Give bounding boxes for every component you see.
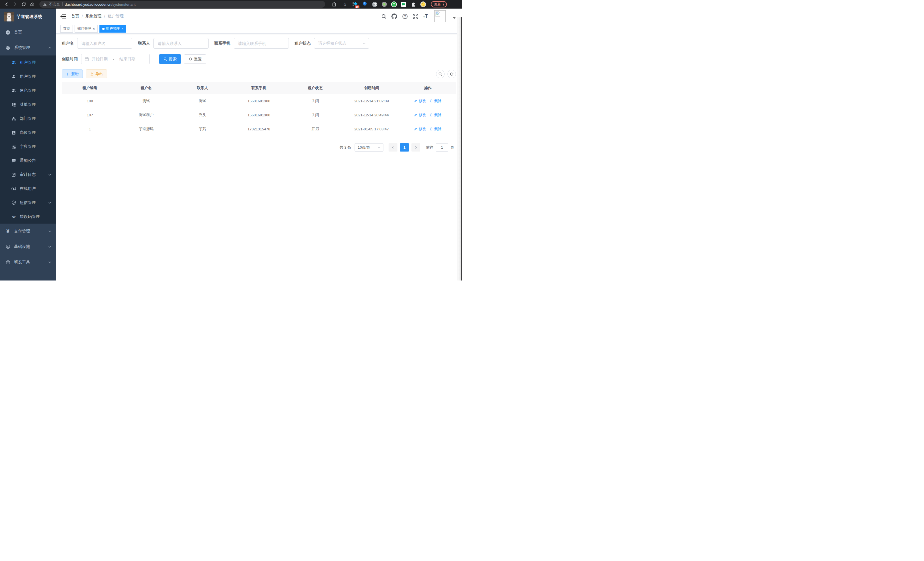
tab-dept[interactable]: 部门管理 × [75, 25, 98, 33]
close-icon[interactable]: × [122, 27, 123, 31]
export-button[interactable]: 导出 [86, 69, 107, 78]
sidebar-item-user[interactable]: 用户管理 [0, 69, 56, 83]
sidebar-toggle-icon[interactable] [60, 14, 66, 19]
yen-icon: ¥ [5, 229, 10, 234]
svg-text:?: ? [404, 15, 406, 18]
table-toolbar: 新增 导出 [62, 69, 456, 78]
col-tenant-id: 租户编号 [62, 82, 118, 94]
sidebar-item-audit[interactable]: 审计日志 [0, 168, 56, 182]
circle-extension-icon[interactable] [381, 1, 387, 8]
delete-icon [429, 127, 433, 131]
tab-home[interactable]: 首页 [60, 25, 73, 33]
delete-link[interactable]: 删除 [429, 98, 441, 104]
browser-update-button[interactable]: 更新 [431, 1, 447, 8]
active-dot [102, 28, 105, 30]
profile-avatar[interactable] [420, 1, 426, 8]
reset-button[interactable]: 重置 [184, 54, 206, 64]
chat-extension-icon[interactable] [400, 1, 407, 8]
share-icon[interactable] [330, 1, 338, 8]
page-number-1[interactable]: 1 [400, 143, 409, 152]
sidebar-item-notice[interactable]: 通知公告 [0, 153, 56, 168]
sidebar-item-pay[interactable]: ¥ 支付管理 [0, 224, 56, 239]
show-search-toggle-icon[interactable] [436, 70, 445, 78]
start-date-placeholder[interactable]: 开始日期 [92, 57, 108, 62]
forward-icon[interactable] [11, 1, 19, 8]
navbar-actions: ? TT [381, 10, 456, 22]
sidebar-item-post[interactable]: 岗位管理 [0, 126, 56, 140]
goto-page-input[interactable] [436, 143, 448, 152]
tenant-name-input[interactable] [77, 38, 132, 49]
broken-image-icon [435, 11, 441, 17]
delete-link[interactable]: 删除 [429, 112, 441, 117]
sidebar-item-role[interactable]: 角色管理 [0, 83, 56, 98]
user-avatar[interactable] [434, 10, 446, 22]
edit-link[interactable]: 修改 [414, 112, 426, 117]
edit-link[interactable]: 修改 [414, 98, 426, 104]
goto-page: 前往 页 [426, 143, 454, 152]
sidebar-item-tenant[interactable]: 租户管理 [0, 56, 56, 69]
fontsize-icon[interactable]: TT [423, 14, 428, 19]
command-extension-icon[interactable] [371, 1, 378, 8]
header-search-icon[interactable] [381, 14, 387, 19]
col-tenant-name: 租户名 [118, 82, 174, 94]
sidebar-item-home[interactable]: 首页 [0, 25, 56, 40]
sidebar-item-menu[interactable]: 菜单管理 [0, 98, 56, 111]
phone-input[interactable] [234, 38, 289, 49]
back-icon[interactable] [3, 1, 10, 8]
sidebar-item-online[interactable]: 在线用户 [0, 182, 56, 196]
home-icon[interactable] [28, 1, 36, 8]
contact-input[interactable] [153, 38, 208, 49]
top-navbar: 首页 / 系统管理 / 租户管理 ? T [56, 9, 462, 24]
status-value: 关闭 [287, 94, 344, 108]
search-button[interactable]: 搜索 [159, 54, 181, 64]
y-extension-icon[interactable]: Y [391, 1, 397, 8]
sidebar-item-infra[interactable]: 基础设施 [0, 239, 56, 254]
end-date-placeholder[interactable]: 结束日期 [119, 57, 135, 62]
filter-contact: 联系人 [138, 38, 208, 49]
table-row: 108 测试 测试 15601691300 关闭 2021-12-14 21:0… [62, 94, 456, 108]
col-actions: 操作 [400, 82, 456, 94]
sidebar-item-system[interactable]: 系统管理 [0, 40, 56, 56]
tab-tenant[interactable]: 租户管理 × [99, 25, 126, 33]
delete-link[interactable]: 删除 [429, 126, 441, 132]
fullscreen-icon[interactable] [412, 14, 418, 19]
sidebar-item-errcode[interactable]: </> 错误码管理 [0, 210, 56, 224]
date-range-picker[interactable]: 开始日期 - 结束日期 [81, 54, 150, 64]
tenant-name-label: 租户名 [62, 41, 74, 46]
refresh-table-icon[interactable] [447, 70, 456, 78]
post-badge-icon [11, 130, 16, 135]
status-select[interactable]: 请选择租户状态 [314, 38, 369, 49]
github-icon[interactable] [392, 14, 397, 19]
delete-icon [429, 113, 433, 117]
role-users-icon [11, 88, 16, 93]
security-label[interactable]: 不安全 [49, 2, 60, 7]
address-bar[interactable]: 不安全 dashboard.yudao.iocoder.cn/system/te… [39, 1, 325, 8]
sidebar-item-dept[interactable]: 部门管理 [0, 111, 56, 126]
breadcrumb-section[interactable]: 系统管理 [86, 14, 101, 19]
next-page-button[interactable] [411, 143, 420, 152]
balloon-extension-icon[interactable] [362, 1, 368, 8]
table-body: 108 测试 测试 15601691300 关闭 2021-12-14 21:0… [62, 94, 456, 136]
toolbox-icon [5, 260, 10, 265]
caret-down-icon[interactable] [453, 17, 456, 19]
bookmark-star-icon[interactable]: ☆ [341, 1, 349, 8]
edit-link[interactable]: 修改 [414, 126, 426, 132]
system-submenu: 租户管理 用户管理 角色管理 [0, 56, 56, 224]
status-value: 关闭 [287, 108, 344, 122]
prev-page-button[interactable] [388, 143, 398, 152]
close-icon[interactable]: × [93, 27, 95, 31]
url-text[interactable]: dashboard.yudao.iocoder.cn/system/tenant [65, 2, 136, 7]
app-logo[interactable]: 芋道管理系统 [0, 9, 56, 25]
add-button[interactable]: 新增 [62, 69, 83, 78]
sidebar-item-sms[interactable]: 短信管理 [0, 196, 56, 210]
diamond-extension-icon[interactable]: 10 [352, 1, 358, 8]
filter-tenant-name: 租户名 [62, 38, 132, 49]
breadcrumb-home[interactable]: 首页 [71, 14, 79, 19]
sidebar-item-dict[interactable]: 字典管理 [0, 140, 56, 153]
sidebar-item-devtool[interactable]: 研发工具 [0, 254, 56, 270]
reload-icon[interactable] [20, 1, 27, 8]
extensions-puzzle-icon[interactable] [410, 1, 417, 8]
page-size-select[interactable]: 10条/页 [355, 143, 383, 152]
kebab-menu-icon[interactable] [443, 3, 444, 6]
help-icon[interactable]: ? [402, 14, 408, 19]
